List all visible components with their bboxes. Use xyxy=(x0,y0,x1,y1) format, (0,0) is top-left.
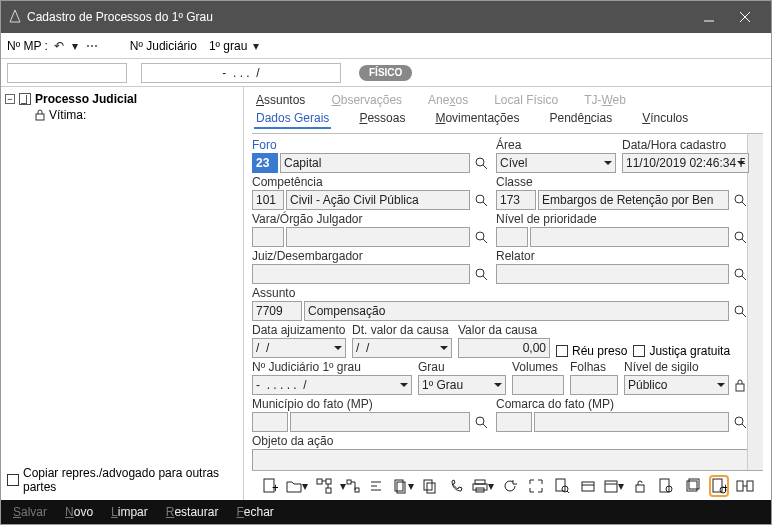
search-icon[interactable] xyxy=(472,190,490,210)
reu-preso-checkbox[interactable] xyxy=(556,345,568,357)
assunto-code[interactable] xyxy=(252,301,302,321)
vara-nome[interactable] xyxy=(286,227,470,247)
nivel-nome[interactable] xyxy=(530,227,729,247)
area-select[interactable] xyxy=(496,153,616,173)
svg-rect-44 xyxy=(605,481,617,492)
tree-child[interactable]: Vítima: xyxy=(5,107,239,123)
svg-point-8 xyxy=(735,195,743,203)
chevron-down-icon[interactable]: ▾ xyxy=(251,39,261,53)
comp-nome[interactable] xyxy=(286,190,470,210)
grau-select[interactable] xyxy=(418,375,506,395)
classe-nome[interactable] xyxy=(538,190,729,210)
print-icon[interactable]: ▾ xyxy=(472,475,494,497)
highlighted-tool-icon[interactable]: + xyxy=(709,475,729,497)
status-salvar[interactable]: Salvar xyxy=(13,505,47,519)
foro-code[interactable] xyxy=(252,153,278,173)
tab-assuntos[interactable]: Assuntos xyxy=(254,93,307,109)
municipio-nome[interactable] xyxy=(290,412,470,432)
search-doc-icon[interactable] xyxy=(552,475,572,497)
juiz-input[interactable] xyxy=(252,264,470,284)
stack-icon[interactable] xyxy=(683,475,703,497)
tab-tj-web[interactable]: TJ-Web xyxy=(582,93,628,109)
search-icon[interactable] xyxy=(472,412,490,432)
phone-icon[interactable] xyxy=(446,475,466,497)
relator-input[interactable] xyxy=(496,264,729,284)
new-doc-icon[interactable]: + xyxy=(260,475,280,497)
foro-nome[interactable] xyxy=(280,153,470,173)
status-fechar[interactable]: Fechar xyxy=(236,505,273,519)
tab-observacoes[interactable]: Observações xyxy=(329,93,404,109)
tab-pendencias[interactable]: Pendências xyxy=(547,111,614,129)
search-icon[interactable] xyxy=(472,264,490,284)
close-button[interactable] xyxy=(727,1,763,33)
branch-icon[interactable]: ▾ xyxy=(340,475,360,497)
tab-movimentacoes[interactable]: Movimentações xyxy=(433,111,521,129)
tab-vinculos[interactable]: Vínculos xyxy=(640,111,690,129)
refresh-icon[interactable] xyxy=(500,475,520,497)
status-limpar[interactable]: Limpar xyxy=(111,505,148,519)
expand-icon[interactable] xyxy=(526,475,546,497)
docs-icon[interactable]: ▾ xyxy=(392,475,414,497)
svg-line-17 xyxy=(742,276,746,280)
data-ajuiz-input[interactable] xyxy=(252,338,346,358)
justica-checkbox[interactable] xyxy=(633,345,645,357)
scrollbar[interactable] xyxy=(747,134,763,470)
numjud-input[interactable] xyxy=(252,375,412,395)
svg-line-41 xyxy=(567,491,569,493)
tree-root[interactable]: − Processo Judicial xyxy=(5,91,239,107)
numjud-label: Nº Judiciário 1º grau xyxy=(252,360,412,374)
user-doc-icon[interactable] xyxy=(656,475,676,497)
status-novo[interactable]: Novo xyxy=(65,505,93,519)
tab-anexos[interactable]: Anexos xyxy=(426,93,470,109)
more-icon[interactable]: ⋯ xyxy=(84,39,100,53)
objeto-textarea[interactable] xyxy=(252,449,749,470)
form-content: Foro Área Data/Hora xyxy=(252,134,763,470)
tab-dados-gerais[interactable]: Dados Gerais xyxy=(254,111,331,129)
assunto-nome[interactable] xyxy=(304,301,729,321)
numjud-input-top[interactable] xyxy=(141,63,341,83)
copy-icon[interactable] xyxy=(420,475,440,497)
comarca-label: Comarca do fato (MP) xyxy=(496,397,749,411)
minimize-button[interactable] xyxy=(691,1,727,33)
folhas-input[interactable] xyxy=(570,375,618,395)
tree-icon[interactable] xyxy=(314,475,334,497)
search-icon[interactable] xyxy=(472,227,490,247)
svg-rect-31 xyxy=(355,488,359,492)
collapse-icon[interactable]: − xyxy=(5,94,15,104)
vara-code[interactable] xyxy=(252,227,284,247)
area-label: Área xyxy=(496,138,616,152)
svg-line-19 xyxy=(742,313,746,317)
municipio-label: Município do fato (MP) xyxy=(252,397,490,411)
comp-code[interactable] xyxy=(252,190,284,210)
tree-root-label: Processo Judicial xyxy=(35,92,137,106)
folder-icon[interactable]: ▾ xyxy=(286,475,308,497)
municipio-code[interactable] xyxy=(252,412,288,432)
archive-icon[interactable] xyxy=(578,475,598,497)
unlock-icon[interactable] xyxy=(630,475,650,497)
sigilo-select[interactable] xyxy=(624,375,729,395)
comarca-nome[interactable] xyxy=(534,412,729,432)
link-docs-icon[interactable] xyxy=(735,475,755,497)
search-icon[interactable] xyxy=(472,153,490,173)
tab-pessoas[interactable]: Pessoas xyxy=(357,111,407,129)
tabs-row-2: Dados Gerais Pessoas Movimentações Pendê… xyxy=(252,109,763,134)
nmp-input[interactable] xyxy=(7,63,127,83)
svg-point-18 xyxy=(735,306,743,314)
nivel-code[interactable] xyxy=(496,227,528,247)
tab-local-fisico[interactable]: Local Físico xyxy=(492,93,560,109)
valor-input[interactable] xyxy=(458,338,550,358)
volumes-label: Volumes xyxy=(512,360,564,374)
dropdown-icon[interactable]: ▾ xyxy=(70,39,80,53)
undo-icon[interactable]: ↶ xyxy=(52,39,66,53)
classe-code[interactable] xyxy=(496,190,536,210)
comarca-code[interactable] xyxy=(496,412,532,432)
calendar-icon[interactable]: ▾ xyxy=(604,475,624,497)
align-icon[interactable] xyxy=(366,475,386,497)
status-restaurar[interactable]: Restaurar xyxy=(166,505,219,519)
copy-checkbox[interactable] xyxy=(7,474,19,486)
dhcad-input[interactable] xyxy=(622,153,749,173)
relator-label: Relator xyxy=(496,249,749,263)
app-logo-icon xyxy=(9,10,21,24)
dtvalor-input[interactable] xyxy=(352,338,452,358)
volumes-input[interactable] xyxy=(512,375,564,395)
